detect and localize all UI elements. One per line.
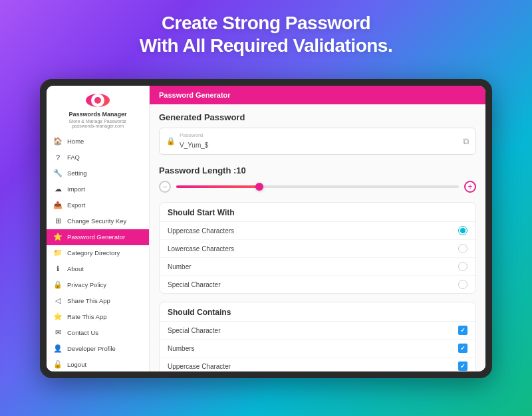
slider-minus-btn[interactable]: − <box>159 181 171 193</box>
start-with-option-2[interactable]: Number <box>160 258 475 276</box>
start-with-label-0: Uppercase Characters <box>168 227 234 235</box>
password-label: Password <box>180 132 459 138</box>
app-logo <box>86 94 110 107</box>
sidebar-icon-10: ◁ <box>53 296 63 306</box>
should-contains-section: Should Contains Special Character Number… <box>159 302 476 371</box>
sidebar-icon-11: ⭐ <box>53 312 63 322</box>
sidebar-label-5: Change Security Key <box>67 217 126 225</box>
contains-checkbox-1[interactable] <box>458 344 467 353</box>
sidebar-label-6: Password Generator <box>67 233 125 241</box>
sidebar-label-8: About <box>67 265 84 272</box>
sidebar-icon-14: 🔓 <box>53 360 63 369</box>
password-field: Password V_Yum_$ <box>180 132 459 150</box>
sidebar-label-2: Setting <box>67 169 87 177</box>
start-with-option-0[interactable]: Uppercase Characters <box>160 222 475 240</box>
password-field-wrapper: 🔒 Password V_Yum_$ ⧉ <box>159 128 476 155</box>
app-logo-dot <box>94 97 101 104</box>
sidebar-icon-3: ☁ <box>53 185 63 194</box>
sidebar-item-category-directory[interactable]: 📁Category Directory <box>47 245 149 261</box>
sidebar-label-9: Privacy Policy <box>67 281 106 288</box>
slider-fill <box>176 185 261 188</box>
slider-thumb[interactable] <box>255 183 263 191</box>
sidebar-item-setting[interactable]: 🔧Setting <box>47 165 149 181</box>
should-start-with-section: Should Start With Uppercase Characters L… <box>159 202 476 294</box>
should-start-with-title: Should Start With <box>160 203 475 222</box>
password-value: V_Yum_$ <box>180 142 208 149</box>
sidebar-item-rate-this-app[interactable]: ⭐Rate This App <box>47 309 149 325</box>
sidebar-label-11: Rate This App <box>67 313 107 320</box>
sidebar-icon-13: 👤 <box>53 344 63 354</box>
contains-option-1[interactable]: Numbers <box>160 340 475 358</box>
sidebar-label-0: Home <box>67 138 84 145</box>
headline: Create Strong Password With All Required… <box>140 12 392 68</box>
sidebar-item-share-this-app[interactable]: ◁Share This App <box>47 293 149 309</box>
sidebar-label-12: Contact Us <box>67 329 98 336</box>
start-with-option-3[interactable]: Special Character <box>160 276 475 293</box>
sidebar-item-logout[interactable]: 🔓Logout <box>47 357 149 371</box>
sidebar-item-home[interactable]: 🏠Home <box>47 134 149 150</box>
main-content: Password Generator Generated Password 🔒 … <box>150 86 485 371</box>
app-tagline: Store & Manage Passwords passwords-manag… <box>69 119 127 128</box>
tablet-frame: Passwords Manager Store & Manage Passwor… <box>40 79 492 378</box>
sidebar-item-faq[interactable]: ?FAQ <box>47 150 149 165</box>
start-with-label-1: Lowercase Characters <box>168 245 234 253</box>
sidebar-icon-6: ⭐ <box>53 233 63 242</box>
headline-line1: Create Strong Password <box>140 12 392 35</box>
sidebar-icon-4: 📤 <box>53 201 63 210</box>
sidebar-label-7: Category Directory <box>67 249 120 257</box>
contains-checkbox-0[interactable] <box>458 326 467 335</box>
sidebar-item-contact-us[interactable]: ✉Contact Us <box>47 325 149 341</box>
lock-icon: 🔒 <box>166 137 176 146</box>
contains-option-2[interactable]: Uppercase Character <box>160 358 475 371</box>
should-contains-title: Should Contains <box>160 302 475 322</box>
start-with-label-3: Special Character <box>168 281 220 288</box>
copy-icon[interactable]: ⧉ <box>463 136 469 147</box>
sidebar-icon-0: 🏠 <box>53 137 63 146</box>
sidebar-icon-1: ? <box>53 153 63 162</box>
sidebar-icon-2: 🔧 <box>53 169 63 178</box>
sidebar-item-export[interactable]: 📤Export <box>47 197 149 213</box>
sidebar-label-14: Logout <box>67 361 86 368</box>
sidebar-label-3: Import <box>67 185 85 193</box>
slider-track[interactable] <box>176 185 459 188</box>
start-with-radio-0[interactable] <box>458 226 467 235</box>
contains-checkbox-2[interactable] <box>458 362 467 371</box>
password-length-section: Password Length :10 − + <box>159 165 476 193</box>
slider-plus-btn[interactable]: + <box>464 181 476 193</box>
main-header: Password Generator <box>150 86 485 104</box>
sidebar-item-developer-profile[interactable]: 👤Developer Profile <box>47 341 149 357</box>
contains-label-2: Uppercase Character <box>168 363 231 370</box>
sidebar-item-password-generator[interactable]: ⭐Password Generator <box>47 229 149 245</box>
generated-password-title: Generated Password <box>159 112 476 122</box>
start-with-option-1[interactable]: Lowercase Characters <box>160 240 475 258</box>
app-logo-inner <box>91 94 104 107</box>
password-length-title: Password Length :10 <box>159 165 476 175</box>
contains-label-0: Special Character <box>168 327 220 334</box>
main-body: Generated Password 🔒 Password V_Yum_$ ⧉ … <box>150 104 485 371</box>
sidebar-item-privacy-policy[interactable]: 🔒Privacy Policy <box>47 277 149 293</box>
sidebar-label-13: Developer Profile <box>67 345 116 352</box>
sidebar-item-about[interactable]: ℹAbout <box>47 261 149 277</box>
sidebar-icon-9: 🔒 <box>53 280 63 290</box>
start-with-radio-2[interactable] <box>458 262 467 271</box>
sidebar-label-4: Export <box>67 201 85 209</box>
contains-option-0[interactable]: Special Character <box>160 322 475 340</box>
sidebar-label-1: FAQ <box>67 154 80 161</box>
sidebar-icon-7: 📁 <box>53 249 63 258</box>
sidebar-icon-12: ✉ <box>53 328 63 338</box>
app-name: Passwords Manager <box>68 111 126 119</box>
contains-label-1: Numbers <box>168 345 195 352</box>
start-with-radio-3[interactable] <box>458 280 467 289</box>
slider-row: − + <box>159 181 476 193</box>
sidebar-icon-5: ⊞ <box>53 217 63 226</box>
sidebar-item-change-security-key[interactable]: ⊞Change Security Key <box>47 213 149 229</box>
sidebar-nav: 🏠Home?FAQ🔧Setting☁Import📤Export⊞Change S… <box>47 134 149 371</box>
start-with-label-2: Number <box>168 263 192 270</box>
sidebar-item-import[interactable]: ☁Import <box>47 181 149 197</box>
sidebar-label-10: Share This App <box>67 297 110 304</box>
sidebar-icon-8: ℹ <box>53 264 63 274</box>
headline-line2: With All Required Validations. <box>140 35 392 57</box>
start-with-radio-1[interactable] <box>458 244 467 253</box>
tablet-screen: Passwords Manager Store & Manage Passwor… <box>47 86 485 371</box>
sidebar: Passwords Manager Store & Manage Passwor… <box>47 86 150 371</box>
